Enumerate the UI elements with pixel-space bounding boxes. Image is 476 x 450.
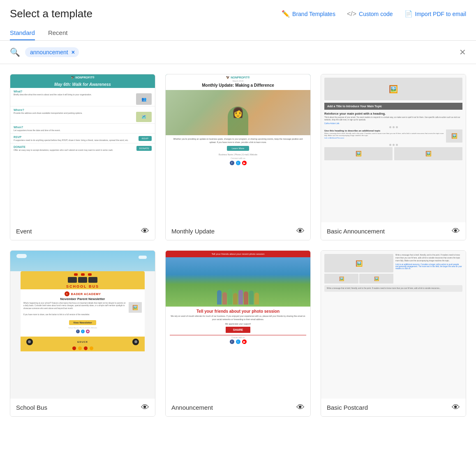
search-chip: announcement × [25,47,79,57]
template-name-announcement: Announcement [171,404,213,411]
code-icon: </> [347,10,356,18]
page-header: Select a template ✏️ Brand Templates </>… [0,0,476,25]
template-footer-schoolbus: School Bus 👁 [10,399,155,416]
template-footer-basic-postcard: Basic Postcard 👁 [321,399,466,416]
header-actions: ✏️ Brand Templates </> Custom code 📄 Imp… [282,10,466,18]
page-title: Select a template [10,7,92,20]
search-clear-button[interactable]: ✕ [459,47,466,57]
template-footer-basic-announcement: Basic Announcement 👁 [321,222,466,240]
search-chip-close-button[interactable]: × [72,49,75,55]
preview-eye-icon-announcement[interactable]: 👁 [296,403,305,412]
template-preview-announcement: Tell your friends about your recent phot… [166,251,310,399]
template-footer-event: Event 👁 [10,222,155,240]
template-preview-monthly: 🦅 NONPROFIT® March 2015 Monthly Update: … [166,74,310,222]
template-name-basic-postcard: Basic Postcard [327,404,368,411]
preview-eye-icon-basic-postcard[interactable]: 👁 [452,403,460,412]
search-icon: 🔍 [10,47,20,57]
template-card-event[interactable]: 🦅 NONPROFIT® May 6th: Walk for Awareness… [10,74,155,240]
import-pdf-link[interactable]: 📄 Import PDF to email [404,10,466,18]
import-pdf-label: Import PDF to email [415,11,466,17]
tab-standard[interactable]: Standard [10,25,35,40]
preview-eye-icon-schoolbus[interactable]: 👁 [141,403,149,412]
preview-eye-icon-monthly[interactable]: 👁 [296,226,305,236]
template-name-schoolbus: School Bus [16,404,47,411]
pencil-icon: ✏️ [282,10,290,18]
template-preview-event: 🦅 NONPROFIT® May 6th: Walk for Awareness… [10,74,155,222]
templates-grid: 🦅 NONPROFIT® May 6th: Walk for Awareness… [0,64,476,427]
preview-eye-icon-basic-announcement[interactable]: 👁 [452,226,460,236]
custom-code-label: Custom code [359,11,393,17]
template-card-announcement[interactable]: Tell your friends about your recent phot… [165,250,311,417]
search-bar: 🔍 announcement × ✕ [0,41,476,64]
tab-recent[interactable]: Recent [48,25,68,40]
template-card-schoolbus[interactable]: SCHOOL BUS A BADER ACADEMY November Pare… [10,250,155,417]
template-footer-monthly: Monthly Update 👁 [166,222,310,240]
template-card-basic-announcement[interactable]: 🖼️ Add a Title to Introduce Your Main To… [321,74,466,240]
preview-eye-icon-event[interactable]: 👁 [141,226,149,236]
brand-templates-label: Brand Templates [292,11,335,17]
template-name-monthly: Monthly Update [171,228,215,235]
search-chip-label: announcement [30,49,68,55]
template-name-event: Event [16,228,32,235]
custom-code-link[interactable]: </> Custom code [347,10,393,18]
template-preview-schoolbus: SCHOOL BUS A BADER ACADEMY November Pare… [10,251,155,399]
template-preview-basic-postcard: 🖼️ 🖼️ 🖼️ Write a message that is brief, … [321,251,466,399]
tabs-row: Standard Recent [0,25,476,41]
brand-templates-link[interactable]: ✏️ Brand Templates [282,10,335,18]
pdf-icon: 📄 [404,10,413,18]
template-card-basic-postcard[interactable]: 🖼️ 🖼️ 🖼️ Write a message that is brief, … [321,250,466,417]
template-footer-announcement: Announcement 👁 [166,399,310,416]
template-name-basic-announcement: Basic Announcement [327,228,385,235]
template-preview-basic-announcement: 🖼️ Add a Title to Introduce Your Main To… [321,74,466,222]
template-card-monthly[interactable]: 🦅 NONPROFIT® March 2015 Monthly Update: … [165,74,311,240]
